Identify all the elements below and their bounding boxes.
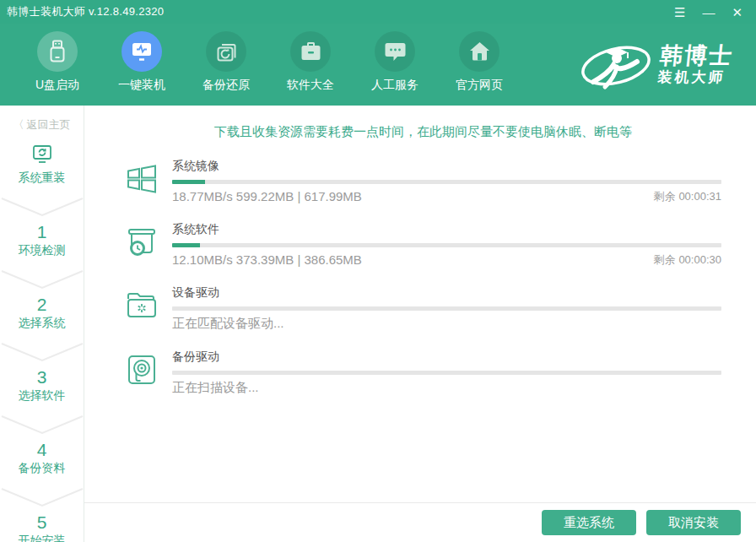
step-label: 选择系统	[0, 316, 84, 331]
step-number: 5	[0, 512, 84, 533]
task-row-backup-driver: 备份驱动 正在扫描设备...	[125, 350, 721, 396]
menu-icon[interactable]: ☰	[674, 6, 685, 19]
back-home-link[interactable]: 〈返回主页	[0, 106, 84, 133]
monitor-refresh-icon	[30, 144, 54, 165]
reselect-system-button[interactable]: 重选系统	[542, 510, 636, 535]
task-name: 系统镜像	[172, 159, 721, 174]
chevron-down-separator	[0, 342, 84, 362]
nav-item-label: 人工服务	[371, 78, 418, 93]
home-icon	[459, 31, 500, 72]
progress-bar	[172, 371, 721, 375]
nav-item-usb-boot[interactable]: U盘启动	[15, 31, 100, 93]
action-footer: 重选系统 取消安装	[84, 502, 756, 542]
main-nav: U盘启动 一键装机 备份还原	[0, 24, 756, 106]
logo-subtitle: 装机大师	[656, 68, 732, 88]
task-remaining: 剩余 00:00:30	[654, 252, 721, 268]
progress-fill	[172, 180, 205, 184]
task-detail: 12.10MB/s 373.39MB | 386.65MB	[172, 252, 362, 268]
monitor-pulse-icon	[122, 31, 162, 72]
backup-restore-icon	[206, 31, 246, 72]
task-detail: 正在匹配设备驱动...	[172, 316, 284, 332]
sidebar-step-start-install[interactable]: 5 开始安装	[0, 512, 84, 542]
briefcase-icon	[290, 31, 331, 72]
usb-drive-icon	[37, 31, 78, 72]
nav-item-support[interactable]: 人工服务	[353, 31, 437, 93]
task-row-device-driver: 设备驱动 正在匹配设备驱动...	[125, 285, 721, 332]
step-number: 1	[0, 222, 84, 242]
download-notice: 下载且收集资源需要耗费一点时间，在此期间尽量不要使电脑休眠、断电等	[125, 124, 721, 140]
titlebar: 韩博士装机大师 v.12.8.49.2320 ☰ — ✕	[0, 0, 756, 24]
download-panel: 下载且收集资源需要耗费一点时间，在此期间尽量不要使电脑休眠、断电等 系统镜像 1…	[84, 106, 756, 542]
back-home-label: 返回主页	[27, 118, 71, 131]
back-chevron-icon: 〈	[14, 118, 24, 131]
window-title: 韩博士装机大师 v.12.8.49.2320	[0, 4, 164, 19]
chevron-down-separator	[0, 197, 84, 217]
nav-item-label: 一键装机	[118, 78, 165, 93]
logo-title: 韩博士	[659, 44, 735, 68]
step-number: 3	[0, 367, 84, 388]
task-name: 设备驱动	[172, 285, 721, 301]
task-row-system-software: 系统软件 12.10MB/s 373.39MB | 386.65MB 剩余 00…	[125, 222, 721, 268]
cancel-install-button[interactable]: 取消安装	[646, 510, 741, 535]
windows-logo-icon	[125, 162, 159, 196]
nav-item-label: 备份还原	[202, 78, 250, 93]
logo-mark-icon	[580, 40, 652, 92]
step-number: 2	[0, 295, 84, 315]
step-number: 4	[0, 440, 84, 460]
progress-bar	[172, 243, 721, 247]
sidebar-step-env-check[interactable]: 1 环境检测	[0, 222, 84, 258]
minimize-icon[interactable]: —	[702, 6, 715, 19]
task-detail: 正在扫描设备...	[172, 380, 259, 396]
chevron-down-separator	[0, 415, 84, 435]
hdd-icon	[125, 353, 159, 387]
task-name: 系统软件	[172, 222, 721, 237]
close-icon[interactable]: ✕	[732, 6, 742, 19]
step-label: 备份资料	[0, 461, 84, 476]
task-remaining: 剩余 00:00:31	[654, 189, 721, 204]
folder-gear-icon	[125, 289, 159, 322]
task-row-system-image: 系统镜像 18.77MB/s 599.22MB | 617.99MB 剩余 00…	[125, 159, 721, 204]
progress-fill	[172, 243, 200, 247]
brand-logo: 韩博士 装机大师	[580, 40, 732, 92]
steps-sidebar: 〈返回主页 系统重装 1 环境检测 2 选择系统 3 选择软件	[0, 106, 84, 542]
sidebar-item-system-reinstall[interactable]: 系统重装	[0, 144, 84, 186]
task-detail: 18.77MB/s 599.22MB | 617.99MB	[172, 189, 362, 204]
sidebar-step-select-software[interactable]: 3 选择软件	[0, 367, 84, 404]
sidebar-step-backup-data[interactable]: 4 备份资料	[0, 440, 84, 476]
chevron-down-separator	[0, 269, 84, 290]
chevron-down-separator	[0, 487, 84, 507]
nav-item-label: 官方网页	[456, 78, 503, 93]
chat-bubble-icon	[375, 31, 415, 72]
nav-item-website[interactable]: 官方网页	[437, 31, 521, 93]
task-name: 备份驱动	[172, 350, 721, 365]
nav-item-backup-restore[interactable]: 备份还原	[184, 31, 268, 93]
package-clock-icon	[125, 225, 159, 259]
step-label: 环境检测	[0, 243, 84, 258]
progress-bar	[172, 306, 721, 311]
nav-item-one-key-install[interactable]: 一键装机	[100, 31, 184, 93]
sidebar-item-label: 系统重装	[0, 171, 84, 186]
step-label: 开始安装	[0, 534, 84, 542]
sidebar-step-select-system[interactable]: 2 选择系统	[0, 295, 84, 331]
nav-item-label: U盘启动	[35, 78, 79, 93]
nav-item-label: 软件大全	[287, 78, 334, 93]
step-label: 选择软件	[0, 388, 84, 404]
window-controls: ☰ — ✕	[674, 6, 756, 19]
logo-text: 韩博士 装机大师	[656, 44, 734, 87]
progress-bar	[172, 180, 721, 184]
nav-item-software[interactable]: 软件大全	[268, 31, 353, 93]
